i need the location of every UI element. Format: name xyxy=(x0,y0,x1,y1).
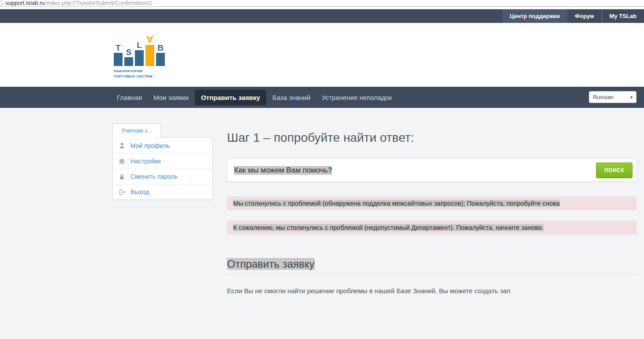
user-icon xyxy=(119,142,125,149)
top-link-forum[interactable]: Форум xyxy=(567,9,601,23)
main-column: Шаг 1 – попробуйте найти ответ: Как мы м… xyxy=(227,123,637,295)
knowledge-base-hint-text: Если Вы не смогли найти решение проблемы… xyxy=(227,287,637,295)
sidebar-item-logout[interactable]: Выход xyxy=(113,184,212,199)
logo-bar-shape xyxy=(135,50,144,66)
search-input[interactable]: Как мы можем Вам помочь? ПОИСК xyxy=(227,158,637,182)
submit-ticket-heading-text: Отправить заявку xyxy=(227,258,315,270)
sidebar-item-label: Настройки xyxy=(130,158,161,165)
language-select[interactable]: Russian ▾ xyxy=(589,91,637,103)
nav-item-submit-ticket[interactable]: Отправить заявку xyxy=(195,90,266,105)
tab-account[interactable]: Учетная з... xyxy=(112,123,161,138)
gear-icon xyxy=(119,158,125,165)
main-navigation: Главная Мои заявки Отправить заявку База… xyxy=(0,87,644,108)
logo-letter-l: L xyxy=(137,41,142,49)
nav-item-my-tickets[interactable]: Мои заявки xyxy=(148,90,194,105)
logo-letter-s: S xyxy=(126,48,132,56)
sidebar-item-label: Мой профиль xyxy=(130,142,170,149)
logo-bars: T S L ∀ B xyxy=(114,33,165,66)
sidebar-item-label: Сменить пароль xyxy=(130,173,178,180)
search-query-text: Как мы можем Вам помочь? xyxy=(234,166,332,175)
sidebar-item-change-password[interactable]: Сменить пароль xyxy=(113,169,212,184)
lock-icon xyxy=(119,173,125,180)
language-selected-value: Russian xyxy=(593,94,614,100)
logo-bar-shape xyxy=(145,45,154,66)
logo-bar-b: B xyxy=(156,44,165,66)
logo-bar-s: S xyxy=(124,48,133,66)
logo-letter-a: ∀ xyxy=(147,35,153,44)
nav-item-home[interactable]: Главная xyxy=(112,90,147,105)
logo-letter-b: B xyxy=(157,44,164,52)
submit-ticket-heading: Отправить заявку xyxy=(227,258,637,270)
sidebar-item-label: Выход xyxy=(130,188,149,195)
nav-item-troubleshooting[interactable]: Устранение неполадок xyxy=(316,90,397,105)
logo-bar-shape xyxy=(156,53,165,66)
logo-bar-shape xyxy=(124,57,133,66)
tslab-logo[interactable]: T S L ∀ B ЛАБОРАТОРИЯ ТОРГОВЫХ СИСТЕМ xyxy=(114,33,165,79)
nav-item-knowledge-base[interactable]: База знаний xyxy=(267,90,316,105)
logo-bar-t: T xyxy=(114,44,123,66)
error-alert-csrf: Мы столкнулись с проблемой (обнаружена п… xyxy=(227,196,637,210)
logo-letter-t: T xyxy=(115,44,121,52)
section-divider xyxy=(227,274,637,274)
sidebar-item-settings[interactable]: Настройки xyxy=(113,153,212,169)
url-path: /index.php?/Tickets/Submit/Confirmation/… xyxy=(45,0,153,6)
error-alert-text: Мы столкнулись с проблемой (обнаружена п… xyxy=(233,200,560,207)
logout-icon xyxy=(119,189,125,195)
url-host: support.tslab.ru xyxy=(5,0,45,6)
step1-heading: Шаг 1 – попробуйте найти ответ: xyxy=(227,130,637,145)
browser-address-bar[interactable]: support.tslab.ru/index.php?/Tickets/Subm… xyxy=(0,0,644,7)
page-favicon xyxy=(0,1,3,5)
top-link-my-tslab[interactable]: My TSLab xyxy=(602,9,644,23)
sidebar-item-my-profile[interactable]: Мой профиль xyxy=(113,138,212,153)
logo-bar-l: L xyxy=(135,41,144,66)
page-content: Учетная з... Мой профиль Настрой xyxy=(0,108,644,339)
header-logo-band: T S L ∀ B ЛАБОРАТОРИЯ ТОРГОВЫХ СИСТЕМ xyxy=(0,23,644,87)
account-sidebar: Учетная з... Мой профиль Настрой xyxy=(112,123,212,200)
logo-bar-shape xyxy=(114,53,123,66)
top-link-support-center[interactable]: Центр поддержки xyxy=(503,9,568,23)
logo-tagline-line2: ТОРГОВЫХ СИСТЕМ xyxy=(114,74,165,79)
error-alert-text: К сожалению, мы столкнулись с проблемой … xyxy=(233,224,543,231)
chevron-down-icon: ▾ xyxy=(630,95,633,99)
top-utility-bar: Центр поддержки Форум My TSLab xyxy=(0,9,644,23)
account-menu-panel: Мой профиль Настройки Сменить xyxy=(112,137,212,200)
search-button[interactable]: ПОИСК xyxy=(596,162,633,178)
logo-bar-a: ∀ xyxy=(145,35,154,66)
error-alert-department: К сожалению, мы столкнулись с проблемой … xyxy=(227,221,637,235)
logo-tagline: ЛАБОРАТОРИЯ ТОРГОВЫХ СИСТЕМ xyxy=(114,69,165,79)
logo-tagline-line1: ЛАБОРАТОРИЯ xyxy=(114,69,165,74)
